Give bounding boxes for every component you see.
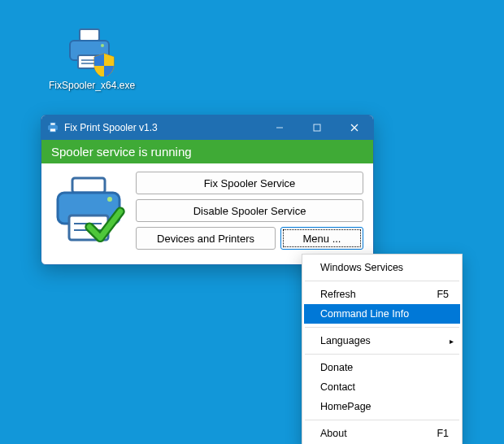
printer-ok-icon (48, 172, 129, 253)
menu-item-label: Donate (320, 362, 353, 373)
menu-item-shortcut: F5 (437, 289, 449, 300)
menu-item-label: Windows Services (320, 262, 403, 273)
svg-rect-10 (314, 124, 320, 131)
menu-item-languages[interactable]: Languages▸ (304, 331, 460, 350)
menu-item-label: Refresh (320, 289, 356, 300)
menu-button[interactable]: Menu ... (280, 227, 363, 250)
printer-shield-icon (63, 24, 115, 76)
window-title: Fix Print Spooler v1.3 (64, 122, 261, 133)
svg-point-2 (101, 44, 104, 47)
menu-separator (305, 281, 459, 281)
svg-rect-7 (50, 123, 55, 125)
svg-rect-13 (72, 178, 105, 193)
devices-printers-label: Devices and Printers (157, 233, 254, 245)
maximize-button[interactable] (298, 115, 336, 140)
menu-item-refresh[interactable]: RefreshF5 (304, 285, 460, 304)
svg-point-15 (107, 197, 112, 202)
menu-item-about[interactable]: AboutF1 (304, 424, 460, 443)
menu-item-label: HomePage (320, 401, 371, 412)
menu-button-label: Menu ... (303, 233, 341, 245)
status-bar: Spooler service is running (41, 140, 373, 163)
menu-separator (305, 420, 459, 420)
menu-item-label: Command Line Info (320, 308, 409, 320)
devices-printers-button[interactable]: Devices and Printers (136, 227, 276, 250)
menu-separator (305, 327, 459, 328)
buttons-column: Fix Spooler Service Disable Spooler Serv… (136, 172, 363, 253)
chevron-right-icon: ▸ (450, 337, 454, 346)
desktop-shortcut[interactable]: FixSpooler_x64.exe (49, 24, 130, 91)
titlebar[interactable]: Fix Print Spooler v1.3 (41, 115, 373, 140)
window-body: Fix Spooler Service Disable Spooler Serv… (41, 163, 373, 264)
desktop-shortcut-label: FixSpooler_x64.exe (49, 80, 130, 91)
close-button[interactable] (336, 115, 373, 140)
disable-spooler-label: Disable Spooler Service (193, 205, 306, 217)
context-menu: Windows ServicesRefreshF5Command Line In… (302, 254, 463, 444)
menu-item-label: Languages (320, 335, 371, 346)
app-window: Fix Print Spooler v1.3 Spooler service i… (41, 115, 374, 265)
menu-separator (305, 354, 459, 355)
menu-item-label: About (320, 428, 347, 439)
minimize-button[interactable] (261, 115, 298, 140)
menu-item-homepage[interactable]: HomePage (304, 397, 460, 416)
fix-spooler-button[interactable]: Fix Spooler Service (136, 172, 363, 194)
status-text: Spooler service is running (51, 145, 192, 159)
menu-item-shortcut: F1 (437, 428, 449, 439)
svg-rect-8 (50, 128, 56, 132)
app-icon (46, 121, 59, 134)
menu-item-label: Contact (320, 381, 355, 393)
menu-item-command-line-info[interactable]: Command Line Info (304, 304, 460, 324)
disable-spooler-button[interactable]: Disable Spooler Service (136, 199, 363, 222)
fix-spooler-label: Fix Spooler Service (204, 177, 296, 189)
menu-item-donate[interactable]: Donate (304, 358, 460, 377)
menu-item-windows-services[interactable]: Windows Services (304, 258, 460, 277)
svg-rect-0 (80, 29, 99, 41)
menu-item-contact[interactable]: Contact (304, 377, 460, 397)
